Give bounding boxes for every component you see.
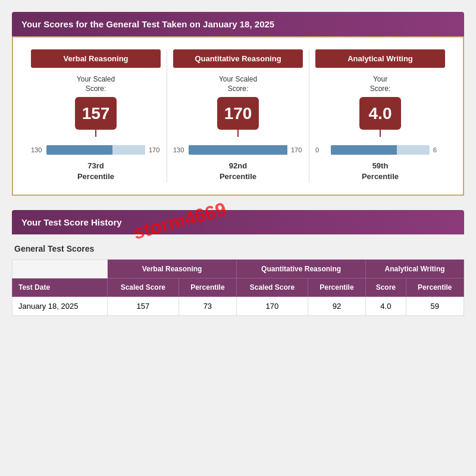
quant-card-header: Quantitative Reasoning: [173, 49, 303, 68]
verbal-bar-container: 130 170: [31, 145, 161, 155]
page-container: Your Scores for the General Test Taken o…: [12, 12, 464, 316]
general-test-label: General Test Scores: [12, 244, 464, 253]
row-date: January 18, 2025: [12, 296, 108, 315]
row-aw-score: 4.0: [366, 296, 406, 315]
quant-score-label: Your ScaledScore:: [219, 75, 257, 93]
quant-bar-max: 170: [291, 146, 303, 154]
col-testdate-header: Test Date: [12, 278, 108, 296]
row-quant-score: 170: [237, 296, 308, 315]
analytical-card-header: Analytical Writing: [315, 49, 445, 68]
verbal-score-bubble: 157: [75, 97, 117, 130]
row-verbal-score: 157: [108, 296, 179, 315]
analytical-bar-fill: [331, 145, 397, 155]
score-cards-wrapper: storm4669 Verbal Reasoning Your ScaledSc…: [12, 36, 464, 196]
current-scores-header: Your Scores for the General Test Taken o…: [12, 12, 464, 36]
analytical-bar-min: 0: [315, 146, 327, 154]
verbal-bar-max: 170: [149, 146, 161, 154]
analytical-score-bubble: 4.0: [359, 97, 401, 130]
table-header-bottom: Test Date Scaled Score Percentile Scaled…: [12, 278, 464, 296]
quant-bar-fill: [189, 145, 287, 155]
quant-score-bubble: 170: [217, 97, 259, 130]
col-quant-header: Quantitative Reasoning: [237, 259, 366, 278]
verbal-score-label: Your ScaledScore:: [77, 75, 115, 93]
col-verbal-header: Verbal Reasoning: [108, 259, 237, 278]
analytical-score-label: YourScore:: [370, 75, 391, 93]
analytical-bar-max: 6: [433, 146, 445, 154]
col-quant-score-header: Scaled Score: [237, 278, 308, 296]
verbal-percentile: 73rdPercentile: [77, 161, 114, 182]
table-row: January 18, 2025 157 73 170 92 4.0 59: [12, 296, 464, 315]
col-aw-score-header: Score: [366, 278, 406, 296]
analytical-bar-track: [331, 145, 430, 155]
quant-bar-track: [189, 145, 287, 155]
history-table: Verbal Reasoning Quantitative Reasoning …: [12, 259, 464, 316]
analytical-writing-card: Analytical Writing YourScore: 4.0 0 6 59…: [309, 49, 451, 183]
col-aw-pct-header: Percentile: [406, 278, 464, 296]
table-header-top: Verbal Reasoning Quantitative Reasoning …: [12, 259, 464, 278]
row-verbal-pct: 73: [178, 296, 236, 315]
quant-percentile: 92ndPercentile: [220, 161, 256, 182]
verbal-reasoning-card: Verbal Reasoning Your ScaledScore: 157 1…: [25, 49, 167, 183]
current-scores-section: Your Scores for the General Test Taken o…: [12, 12, 464, 196]
quant-bar-container: 130 170: [173, 145, 303, 155]
col-aw-header: Analytical Writing: [366, 259, 464, 278]
history-section: Your Test Score History General Test Sco…: [12, 210, 464, 316]
quantitative-reasoning-card: Quantitative Reasoning Your ScaledScore:…: [167, 49, 309, 183]
analytical-bar-container: 0 6: [315, 145, 445, 155]
verbal-bar-min: 130: [31, 146, 43, 154]
col-quant-pct-header: Percentile: [308, 278, 365, 296]
col-verbal-score-header: Scaled Score: [108, 278, 179, 296]
verbal-card-header: Verbal Reasoning: [31, 49, 161, 68]
row-quant-pct: 92: [308, 296, 365, 315]
col-empty: [12, 259, 108, 278]
history-header: Your Test Score History: [12, 210, 464, 234]
analytical-percentile: 59thPercentile: [362, 161, 399, 182]
verbal-bar-fill: [46, 145, 112, 155]
verbal-bar-track: [46, 145, 145, 155]
col-verbal-pct-header: Percentile: [178, 278, 236, 296]
quant-bar-min: 130: [173, 146, 185, 154]
score-cards: Verbal Reasoning Your ScaledScore: 157 1…: [25, 49, 451, 183]
row-aw-pct: 59: [406, 296, 464, 315]
